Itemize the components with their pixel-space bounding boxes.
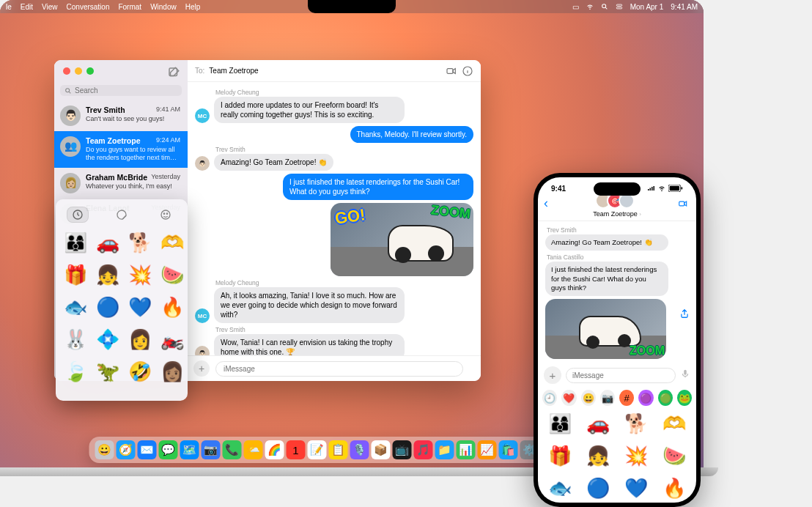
menu-item[interactable]: le [6, 3, 12, 11]
sticker-tab-stickers[interactable] [111, 207, 133, 223]
message-bubble[interactable]: I added more updates to our Freeform boa… [214, 97, 405, 123]
sticker-item[interactable]: 👧 [94, 261, 122, 289]
menu-item[interactable]: Format [118, 3, 141, 11]
sticker-item[interactable]: 🐰 [62, 325, 89, 353]
sticker-item[interactable]: 🔥 [158, 293, 186, 321]
sticker-item[interactable]: 🚗 [94, 229, 122, 256]
dock-app[interactable]: 📞 [223, 440, 242, 459]
imessage-app[interactable]: 🐸 [677, 390, 692, 406]
sticker-item[interactable]: 💙 [126, 293, 154, 321]
message-bubble[interactable]: Amazing! Go Team Zoetrope! 👏 [545, 234, 668, 251]
dock-app[interactable]: 🎙️ [350, 440, 369, 459]
sticker-item[interactable]: 💥 [619, 441, 654, 470]
share-button[interactable] [677, 306, 692, 321]
imessage-app[interactable]: 🟢 [658, 390, 673, 406]
dock-app[interactable]: 📋 [329, 440, 348, 459]
message-input[interactable] [215, 361, 463, 377]
sticker-item[interactable]: 🫶 [657, 409, 692, 438]
menu-item[interactable]: Help [185, 3, 201, 11]
menu-item[interactable]: Conversation [67, 3, 110, 11]
sticker-item[interactable]: 🚗 [580, 409, 616, 438]
sticker-item[interactable]: 🐕 [126, 229, 154, 256]
dictation-icon[interactable] [680, 369, 690, 382]
message-bubble[interactable]: Wow, Tania! I can really envision us tak… [214, 334, 405, 355]
sticker-item[interactable]: 🍉 [657, 441, 692, 470]
search-menubar-icon[interactable] [601, 3, 608, 10]
dock-app[interactable]: 🛍️ [499, 440, 518, 459]
conversation-item[interactable]: 👨🏻 Trev Smith9:41 AM Can't wait to see y… [54, 100, 188, 131]
sticker-item[interactable]: 🔵 [94, 293, 122, 321]
dock-app[interactable]: 📝 [308, 440, 327, 459]
sticker-item[interactable]: 🐟 [542, 473, 577, 503]
facetime-icon[interactable] [676, 199, 690, 212]
iphone-message-input[interactable] [566, 368, 676, 383]
dock-app[interactable]: 📺 [393, 440, 412, 459]
message-bubble[interactable]: I just finished the latest renderings fo… [545, 262, 668, 296]
window-close-button[interactable] [63, 67, 70, 75]
sticker-item[interactable]: 🔥 [657, 473, 692, 503]
sticker-item[interactable]: 🐕 [619, 409, 654, 438]
sticker-item[interactable]: 👨‍👩‍👦 [542, 409, 577, 438]
search-field[interactable] [60, 85, 182, 96]
dock-app[interactable]: 🌤️ [244, 440, 263, 459]
sticker-item[interactable]: 🤣 [126, 358, 154, 385]
imessage-app[interactable]: 😀 [581, 390, 596, 406]
compose-new-button[interactable] [167, 66, 180, 79]
imessage-app[interactable]: 🟣 [638, 390, 653, 406]
dock-app[interactable]: 📈 [478, 440, 497, 459]
sticker-item[interactable]: 🎁 [542, 441, 577, 470]
sticker-tab-emoji[interactable] [155, 207, 177, 223]
info-icon[interactable] [462, 65, 473, 77]
dock-app[interactable]: 📦 [372, 440, 391, 459]
sticker-item[interactable]: 🔵 [580, 473, 616, 503]
sticker-item[interactable]: 🏍️ [158, 325, 186, 353]
sticker-item[interactable]: 👧 [580, 441, 616, 470]
dock-app[interactable]: 😀 [95, 440, 114, 459]
dock-app[interactable]: 1 [287, 440, 306, 459]
menubar-time[interactable]: 9:41 AM [671, 3, 698, 11]
sticker-item[interactable]: 💙 [619, 473, 654, 503]
apps-plus-button[interactable]: + [193, 360, 210, 377]
sticker-item[interactable]: 💠 [94, 325, 122, 353]
sticker-item[interactable]: 👩 [126, 325, 154, 353]
imessage-app[interactable]: # [619, 390, 634, 406]
iphone-conversation-title[interactable]: Team Zoetrope [593, 210, 638, 218]
dock-app[interactable]: 🧭 [117, 440, 136, 459]
image-attachment[interactable]: GO!ZOOM [331, 203, 473, 276]
menu-item[interactable]: Window [150, 3, 177, 11]
sticker-item[interactable]: 🦖 [94, 358, 122, 385]
imessage-app[interactable]: ❤️ [561, 390, 576, 406]
menu-item[interactable]: View [42, 3, 58, 11]
image-attachment[interactable]: ZOOM [545, 299, 666, 359]
window-minimize-button[interactable] [75, 67, 82, 75]
dock-app[interactable]: 📊 [457, 440, 476, 459]
sticker-item[interactable]: 🍃 [62, 358, 89, 385]
sticker-item[interactable]: 👨‍👩‍👦 [62, 229, 89, 256]
dock-app[interactable]: 💬 [159, 440, 178, 459]
sticker-item[interactable]: 🐟 [62, 293, 89, 321]
facetime-icon[interactable] [446, 65, 457, 77]
dock-app[interactable]: ✉️ [138, 440, 157, 459]
dock-app[interactable]: 📷 [202, 440, 221, 459]
message-bubble[interactable]: I just finished the latest renderings fo… [283, 174, 473, 200]
conversation-item[interactable]: 👥 Team Zoetrope9:24 AM Do you guys want … [54, 131, 188, 168]
dock-app[interactable]: 🎵 [414, 440, 433, 459]
sticker-item[interactable]: 🎁 [62, 261, 89, 289]
control-center-icon[interactable] [616, 3, 623, 10]
message-bubble[interactable]: Thanks, Melody. I'll review shortly. [350, 126, 473, 143]
window-maximize-button[interactable] [86, 67, 94, 75]
search-input[interactable] [75, 86, 177, 95]
dock-app[interactable]: 🗺️ [180, 440, 199, 459]
conversation-item[interactable]: 👩🏼 Graham McBrideYesterday Whatever you … [54, 168, 188, 199]
sticker-item[interactable]: 💥 [126, 261, 154, 289]
message-bubble[interactable]: Ah, it looks amazing, Tania! I love it s… [214, 287, 405, 323]
sticker-item[interactable]: 🍉 [158, 261, 186, 289]
back-button[interactable]: ‹ [544, 196, 548, 211]
apps-plus-button[interactable]: + [544, 366, 561, 384]
menu-item[interactable]: Edit [21, 3, 33, 11]
dock-app[interactable]: 📁 [435, 440, 454, 459]
sticker-item[interactable]: 🫶 [158, 229, 186, 256]
imessage-app[interactable]: 🕘 [542, 390, 557, 406]
sticker-item[interactable]: 👩🏽 [158, 358, 186, 385]
menubar-date[interactable]: Mon Apr 1 [630, 3, 664, 11]
